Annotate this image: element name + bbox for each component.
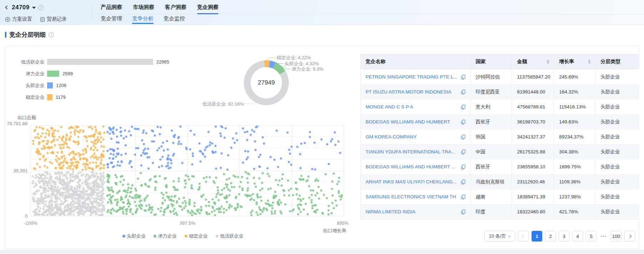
growth-text: 1699.75% [559,164,581,169]
table-row: SAMSUNG ELECTRONICS VIETNAM TH越南18389471… [361,189,639,204]
cell-growth: 421.78% [554,204,595,219]
cell-company: MONGE AND C S P A [361,100,471,114]
sub-tab-竞企管理[interactable]: 竞企管理 [101,15,122,24]
cell-company: NIRMA LIMITED INDIA [361,204,471,219]
amount-text: 47568789.81 [517,104,545,110]
bottom-strip [0,250,644,254]
growth-text: 304.38% [559,149,578,154]
title-info-icon[interactable]: i [49,32,54,37]
growth-text: 1109.36% [559,179,580,184]
caret-down-icon[interactable] [32,7,36,9]
company-link[interactable]: ARHAT INKS MAS ULIYATI CHEKLANG... [366,179,459,184]
copy-icon[interactable] [461,164,466,169]
country-text: 沙特阿拉伯 [476,74,500,80]
copy-icon[interactable] [461,179,466,184]
bar-value-label: 22965 [156,59,169,65]
type-text: 头部企业 [600,164,620,170]
legend-头部企业[interactable]: 头部企业 [122,233,146,239]
sub-tab-竞企监控[interactable]: 竞企监控 [163,15,185,24]
copy-icon[interactable] [461,194,466,199]
sub-tab-bar: 竞企管理竞争分析竞企监控 [101,15,185,25]
copy-icon[interactable] [461,134,466,139]
cell-company: BODEGAS WILLIAMS AND HUMBERT ... [361,159,471,174]
page-size-select[interactable]: 10 条/页 [484,231,515,242]
page-button-4[interactable]: 4 [572,231,583,242]
copy-icon[interactable] [461,75,466,80]
sort-growth-icon[interactable] [588,60,591,64]
page-button-100[interactable]: 100 [611,231,622,242]
action-label: 贸易记录 [47,16,67,22]
cell-growth: 89234.37% [554,129,595,144]
bar-track: 22965 [47,59,169,65]
action-方案设置[interactable]: 方案设置 [5,16,32,22]
table-row: BODEGAS WILLIAMS AND HUMBERT ...西班牙23655… [361,159,639,174]
bar-value-label: 1206 [56,83,66,88]
amount-text: 36198703.70 [517,119,545,125]
next-page-button[interactable] [624,231,635,242]
legend-低活跃企业[interactable]: 低活跃企业 [216,233,243,239]
copy-icon[interactable] [461,90,466,95]
company-link[interactable]: BODEGAS WILLIAMS AND HUMBERT [366,119,459,125]
company-link[interactable]: SAMSUNG ELECTRONICS VIETNAM TH [366,194,459,199]
plan-title[interactable]: 24709 [12,4,30,11]
scatter-y-axis-title: 出口总额 [13,115,36,121]
company-link[interactable]: TIANJIN YOUFA INTERNATIONAL TRA... [366,149,459,154]
copy-icon[interactable] [461,120,466,125]
cell-company: PT ISUZU ASTRA MOTOR INDONESIA [361,85,471,99]
sub-tab-竞争分析[interactable]: 竞争分析 [132,15,154,24]
copy-icon[interactable] [461,149,466,154]
legend-label: 潜力企业 [158,233,177,239]
cell-growth: 164.32% [554,85,595,99]
col-header-country: 国家 [471,54,512,69]
sort-amount-icon[interactable] [547,60,549,64]
legend-潜力企业[interactable]: 潜力企业 [154,233,177,239]
bar-category-label: 头部企业 [10,82,44,89]
copy-icon[interactable] [461,105,466,110]
main-tab-市场洞察[interactable]: 市场洞察 [133,0,154,14]
competitor-table: 竞企名称 国家 金额 增长率 分层类型 PETRON SINGAPORE TRA… [360,54,639,219]
legend-稳定企业[interactable]: 稳定企业 [185,233,208,239]
main-tab-客户洞察[interactable]: 客户洞察 [165,0,186,14]
info-icon[interactable]: i [38,5,44,10]
company-link[interactable]: PETRON SINGAPORE TRADING PTE L... [366,74,459,80]
action-贸易记录[interactable]: 贸易记录 [40,16,67,22]
more-pages-icon[interactable]: ••• [599,234,608,238]
bar-row-潜力企业: 潜力企业2599 [10,68,178,80]
company-link[interactable]: NIRMA LIMITED INDIA [366,209,459,214]
type-text: 头部企业 [600,194,620,200]
company-link[interactable]: MONGE AND C S P A [366,104,459,110]
company-link[interactable]: PT ISUZU ASTRA MOTOR INDONESIA [366,89,459,95]
copy-icon[interactable] [461,209,466,214]
amount-text: 18322460.80 [517,209,545,214]
cell-growth: 304.38% [554,144,595,159]
cell-type: 头部企业 [595,100,639,114]
donut-leader-line [267,57,276,60]
page-button-2[interactable]: 2 [545,231,556,242]
cell-growth: 1109.36% [554,174,595,189]
company-link[interactable]: GM KOREA COMPANY [366,134,459,139]
cell-company: GM KOREA COMPANY [361,129,471,144]
prev-page-button[interactable] [518,231,529,242]
legend-label: 头部企业 [127,233,146,239]
bar-track: 1179 [47,94,66,100]
country-text: 印度 [476,209,485,215]
back-icon[interactable] [5,5,9,9]
bar-category-label: 稳定企业 [10,94,44,101]
growth-text: 164.32% [559,89,578,95]
page-button-3[interactable]: 3 [559,231,569,242]
company-link[interactable]: BODEGAS WILLIAMS AND HUMBERT ... [366,164,459,169]
cell-amount: 34241327.37 [512,129,554,144]
page-button-5[interactable]: 5 [586,231,597,242]
page-button-1[interactable]: 1 [532,231,542,242]
y-tick-mid: 39,391 [7,168,27,173]
col-header-amount: 金额 [512,54,554,69]
plan-selector[interactable]: 24709 i [6,3,44,12]
growth-text: 245.69% [559,74,578,80]
header-divider [92,5,92,20]
table-row: NIRMA LIMITED INDIA印度18322460.80421.78%头… [361,204,639,219]
scatter-plot [31,125,344,216]
legend-dot-icon [122,235,125,238]
main-tab-竞企洞察[interactable]: 竞企洞察 [197,0,218,14]
bar-row-稳定企业: 稳定企业1179 [10,91,178,103]
main-tab-产品洞察[interactable]: 产品洞察 [101,0,122,14]
